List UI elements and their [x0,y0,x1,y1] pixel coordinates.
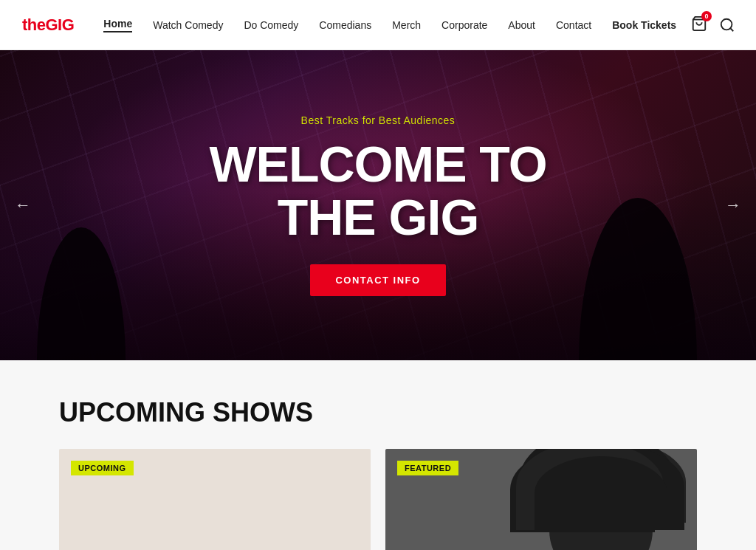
shows-grid: UPCOMING FEATURED [59,449,697,550]
nav-do-comedy[interactable]: Do Comedy [244,19,298,31]
book-tickets-button[interactable]: Book Tickets [612,19,676,31]
header-icons: 0 [691,16,735,35]
show-card-featured[interactable]: FEATURED [385,449,697,550]
hero-next-button[interactable]: → [725,196,741,215]
hero-title: WELCOME TO THE GIG [209,138,546,244]
hero-prev-button[interactable]: ← [15,196,31,215]
search-button[interactable] [719,17,735,33]
nav-home[interactable]: Home [103,18,132,32]
hero-cta-button[interactable]: CONTACT INFO [310,264,445,296]
show-card-upcoming[interactable]: UPCOMING [59,449,371,550]
hero-section: Best Tracks for Best Audiences WELCOME T… [0,50,756,360]
cart-button[interactable]: 0 [691,16,707,35]
nav-watch-comedy[interactable]: Watch Comedy [153,19,223,31]
main-nav: Home Watch Comedy Do Comedy Comedians Me… [103,18,676,32]
site-logo[interactable]: theGIG [22,16,74,35]
nav-merch[interactable]: Merch [392,19,421,31]
nav-about[interactable]: About [508,19,535,31]
search-icon [719,17,735,33]
svg-point-1 [721,18,732,30]
hero-content: Best Tracks for Best Audiences WELCOME T… [0,50,756,360]
svg-line-2 [730,28,733,31]
header: theGIG Home Watch Comedy Do Comedy Comed… [0,0,756,50]
hero-title-line2: THE GIG [278,189,479,245]
show-badge-upcoming: UPCOMING [71,461,134,475]
upcoming-shows-title: UPCOMING SHOWS [59,397,697,428]
logo-prefix: the [22,16,46,34]
show-badge-featured: FEATURED [397,461,458,475]
upcoming-shows-section: UPCOMING SHOWS UPCOMING FEATURED [0,360,756,550]
comedian-silhouette [549,478,653,550]
logo-highlight: GIG [46,16,75,34]
hero-subtitle: Best Tracks for Best Audiences [301,114,456,126]
hero-title-line1: WELCOME TO [209,136,546,192]
cart-badge: 0 [701,11,712,21]
nav-contact[interactable]: Contact [556,19,591,31]
nav-comedians[interactable]: Comedians [319,19,371,31]
nav-corporate[interactable]: Corporate [441,19,487,31]
